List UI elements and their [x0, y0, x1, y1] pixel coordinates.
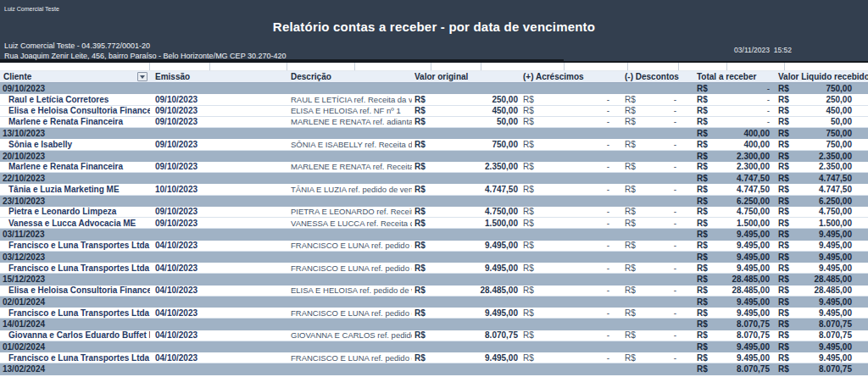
cell-valor-original-value: 4.750,00 [426, 207, 518, 216]
column-header-total-a-receber[interactable]: Total a receber [689, 71, 772, 82]
cell-total-a-receber-value: 4.747,50 [708, 185, 770, 194]
cell-acrescimos: R$- [520, 263, 621, 273]
empty-cell [621, 229, 689, 240]
cell-valor-original-value: 50,00 [426, 117, 518, 126]
currency-symbol: R$ [778, 129, 789, 138]
group-total-a-receber: R$8.070,75 [689, 319, 772, 330]
currency-symbol: R$ [778, 230, 789, 239]
cell-valor-liquido: R$450,00 [772, 106, 868, 116]
currency-symbol: R$ [697, 162, 708, 171]
cell-cliente: Giovanna e Carlos Eduardo Buffet ME [0, 330, 150, 341]
cell-acrescimos: R$- [520, 218, 621, 228]
cell-valor-liquido-value: 2.350,00 [789, 162, 852, 171]
report-header: Luiz Comercial Teste Relatório contas a … [0, 0, 868, 63]
cell-valor-liquido: R$4.747,50 [772, 184, 868, 194]
cell-descricao: ELISA E HELOISA ref. NF nº 1 [291, 106, 412, 116]
empty-cell [150, 151, 291, 162]
group-total-a-receber-value: 8.070,75 [708, 364, 770, 374]
cell-descontos: R$- [621, 117, 689, 127]
date-group-row[interactable]: 13/02/2024R$8.070,75R$8.070,75 [0, 363, 868, 374]
currency-symbol: R$ [625, 330, 636, 340]
currency-symbol: R$ [415, 308, 426, 318]
table-row[interactable]: Pietra e Leonardo Limpeza09/10/2023PIETR… [0, 207, 868, 218]
column-header-descricao[interactable]: Descrição [291, 71, 412, 82]
cell-descontos: R$- [621, 352, 689, 363]
group-valor-liquido-value: 28.485,00 [789, 274, 852, 284]
cell-acrescimos: R$- [520, 117, 621, 127]
date-group-row[interactable]: 15/12/2023R$28.485,00R$28.485,00 [0, 274, 868, 285]
cell-emissao: 09/10/2023 [150, 162, 291, 172]
currency-symbol: R$ [778, 263, 789, 273]
group-total-a-receber: R$9.495,00 [689, 229, 772, 240]
cell-valor-liquido-value: 450,00 [789, 106, 852, 115]
empty-cell [621, 196, 689, 207]
currency-symbol: R$ [415, 162, 426, 171]
cell-valor-liquido: R$2.350,00 [772, 162, 868, 172]
table-row[interactable]: Elisa e Heloisa Consultoria Financeira M… [0, 286, 868, 297]
table-row[interactable]: Sônia e Isabelly09/10/2023SÔNIA E ISABEL… [0, 139, 868, 150]
date-group-row[interactable]: 01/02/2024R$9.495,00R$9.495,00 [0, 341, 868, 352]
table-row[interactable]: Marlene e Renata Financeira09/10/2023MAR… [0, 162, 868, 173]
grid-gap-row [0, 63, 868, 71]
cell-acrescimos: R$- [520, 139, 621, 149]
cell-descricao: FRANCISCO E LUNA ref. pedido de venda [291, 308, 412, 318]
currency-symbol: R$ [415, 353, 426, 363]
date-group-row[interactable]: 02/01/2024R$9.495,00R$9.495,00 [0, 297, 868, 308]
cell-descricao: MARLENE E RENATA ref. adiantamento [291, 117, 412, 127]
cell-valor-liquido-value: 28.485,00 [789, 286, 852, 295]
table-row[interactable]: Elisa e Heloisa Consultoria Financeira M… [0, 106, 868, 117]
table-row[interactable]: Giovanna e Carlos Eduardo Buffet ME04/10… [0, 330, 868, 341]
date-group-row[interactable]: 09/10/2023R$-R$750,00 [0, 83, 868, 94]
cell-total-a-receber: R$2.300,00 [689, 162, 772, 172]
table-row[interactable]: Tânia e Luzia Marketing ME10/10/2023TÂNI… [0, 184, 868, 195]
empty-cell [520, 196, 621, 207]
date-group-row[interactable]: 22/10/2023R$4.747,50R$4.747,50 [0, 173, 868, 184]
date-group-row[interactable]: 20/10/2023R$2.300,00R$2.350,00 [0, 151, 868, 162]
cell-valor-liquido: R$28.485,00 [772, 286, 868, 296]
currency-symbol: R$ [625, 117, 636, 126]
group-valor-liquido-value: 750,00 [789, 84, 852, 93]
currency-symbol: R$ [697, 197, 708, 206]
cell-cliente: Sônia e Isabelly [0, 139, 150, 149]
date-group-row[interactable]: 03/11/2023R$9.495,00R$9.495,00 [0, 229, 868, 240]
group-valor-liquido-value: 9.495,00 [789, 252, 852, 262]
cell-valor-original-value: 4.747,50 [426, 185, 518, 194]
table-row[interactable]: Francisco e Luna Transportes Ltda04/10/2… [0, 263, 868, 274]
empty-cell [412, 151, 520, 162]
currency-symbol: R$ [523, 207, 534, 216]
empty-cell [520, 173, 621, 184]
empty-cell [520, 229, 621, 240]
table-row[interactable]: Marlene e Renata Financeira09/10/2023MAR… [0, 117, 868, 128]
date-group-row[interactable]: 03/12/2023R$9.495,00R$9.495,00 [0, 252, 868, 263]
table-row[interactable]: Raul e Letícia Corretores09/10/2023RAUL … [0, 94, 868, 105]
column-header-cliente[interactable]: Cliente [0, 71, 150, 82]
cell-descricao: SÔNIA E ISABELLY ref. Receita da venda [291, 139, 412, 149]
empty-cell [150, 229, 291, 240]
filter-dropdown-button[interactable] [137, 72, 147, 81]
group-total-a-receber-value: 2.300,00 [708, 152, 770, 161]
table-row[interactable]: Francisco e Luna Transportes Ltda04/10/2… [0, 308, 868, 319]
column-header-acrescimos[interactable]: (+) Acréscimos [520, 71, 621, 82]
cell-acrescimos-value: - [534, 353, 609, 363]
group-total-a-receber: R$9.495,00 [689, 297, 772, 308]
table-row[interactable]: Francisco e Luna Transportes Ltda04/10/2… [0, 352, 868, 363]
date-group-row[interactable]: 13/10/2023R$400,00R$750,00 [0, 128, 868, 139]
group-valor-liquido: R$28.485,00 [772, 274, 868, 285]
column-header-valor-original[interactable]: Valor original [412, 71, 520, 82]
date-group-row[interactable]: 23/10/2023R$6.250,00R$6.250,00 [0, 196, 868, 207]
date-group-row[interactable]: 14/01/2024R$8.070,75R$8.070,75 [0, 319, 868, 330]
currency-symbol: R$ [778, 117, 789, 126]
currency-symbol: R$ [697, 353, 708, 363]
cell-valor-liquido: R$1.500,00 [772, 218, 868, 228]
column-header-descontos[interactable]: (-) Descontos [621, 71, 689, 82]
currency-symbol: R$ [778, 252, 789, 262]
table-row[interactable]: Francisco e Luna Transportes Ltda04/10/2… [0, 241, 868, 252]
currency-symbol: R$ [523, 162, 534, 171]
table-row[interactable]: Vanessa e Lucca Advocacia ME09/10/2023VA… [0, 218, 868, 229]
group-valor-liquido-value: 9.495,00 [789, 230, 852, 239]
empty-cell [150, 173, 291, 184]
column-header-emissao[interactable]: Emissão [150, 71, 291, 82]
cell-total-a-receber-value: 400,00 [708, 140, 770, 149]
column-header-valor-liquido[interactable]: Valor Liquido recebido [772, 71, 868, 82]
empty-cell [520, 363, 621, 374]
